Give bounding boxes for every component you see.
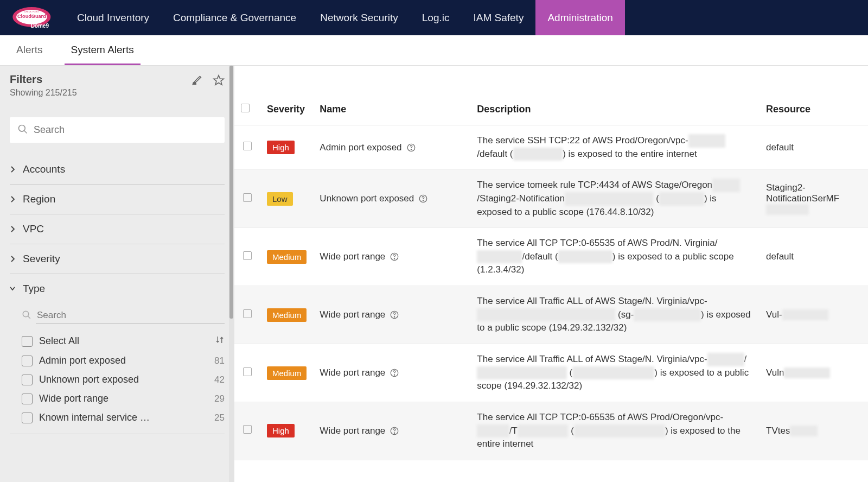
nav-item-iam-safety[interactable]: IAM Safety: [461, 0, 535, 35]
filters-search[interactable]: [10, 117, 225, 143]
help-icon[interactable]: [390, 252, 399, 262]
type-filter-row: Known internal service … 25: [10, 408, 225, 427]
svg-point-11: [411, 149, 411, 150]
chevron-down-icon: [10, 285, 17, 293]
filter-section-type: Type Select All: [10, 274, 225, 434]
filters-count: Showing 215/215: [10, 88, 191, 98]
filter-section-header-region[interactable]: Region: [10, 185, 225, 214]
filters-panel: Filters Showing 215/215 Accounts: [0, 66, 234, 482]
svg-point-21: [394, 433, 395, 433]
nav-item-compliance-governance[interactable]: Compliance & Governance: [161, 0, 308, 35]
svg-text:Dome9: Dome9: [31, 23, 49, 29]
svg-text:CHECK POINT: CHECK POINT: [24, 11, 39, 13]
type-count: 25: [208, 413, 225, 423]
col-description[interactable]: Description: [470, 98, 760, 125]
row-checkbox[interactable]: [243, 425, 252, 434]
sort-icon[interactable]: [215, 335, 225, 347]
filter-section-header-type[interactable]: Type: [10, 274, 225, 303]
search-icon: [17, 124, 34, 136]
alert-resource: Staging2-NotificationSerMFXXXXXXX: [766, 182, 839, 214]
type-label: Wide port range: [39, 393, 208, 404]
alert-description: The service All TCP TCP:0-65535 of AWS P…: [477, 237, 753, 277]
table-row[interactable]: High Admin port exposed The service SSH …: [234, 125, 868, 170]
chevron-right-icon: [10, 225, 17, 233]
severity-badge: High: [267, 424, 295, 437]
chevron-right-icon: [10, 255, 17, 263]
filter-section-severity: Severity: [10, 244, 225, 274]
row-checkbox[interactable]: [243, 367, 252, 376]
star-icon[interactable]: [213, 74, 225, 88]
tab-system-alerts[interactable]: System Alerts: [65, 35, 141, 65]
table-row[interactable]: Medium Wide port range The service All T…: [234, 344, 868, 402]
table-row[interactable]: Low Unknown port exposed The service tom…: [234, 170, 868, 228]
type-checkbox[interactable]: [22, 413, 33, 423]
tab-alerts[interactable]: Alerts: [10, 35, 49, 65]
nav-item-cloud-inventory[interactable]: Cloud Inventory: [65, 0, 161, 35]
alert-name: Wide port range: [320, 309, 385, 320]
alerts-table: Severity Name Description Resource High …: [234, 98, 868, 460]
alert-description: The service All Traffic ALL of AWS Stage…: [477, 353, 753, 393]
type-label: Admin port exposed: [39, 355, 208, 366]
nav-item-network-security[interactable]: Network Security: [308, 0, 410, 35]
filter-section-header-vpc[interactable]: VPC: [10, 214, 225, 244]
filter-section-label: Type: [23, 283, 45, 295]
alert-name: Unknown port exposed: [320, 193, 414, 204]
col-severity[interactable]: Severity: [260, 98, 313, 125]
sidebar-scrollbar[interactable]: [229, 66, 234, 482]
type-search-input[interactable]: [36, 308, 225, 324]
type-checkbox[interactable]: [22, 394, 33, 404]
filter-section-label: Region: [23, 193, 55, 205]
select-all-checkbox[interactable]: [22, 336, 33, 347]
row-checkbox[interactable]: [243, 309, 252, 318]
filter-section-label: VPC: [23, 223, 44, 235]
nav-item-log-ic[interactable]: Log.ic: [410, 0, 462, 35]
type-checkbox[interactable]: [22, 375, 33, 385]
row-checkbox[interactable]: [243, 142, 252, 150]
alert-description: The service All Traffic ALL of AWS Stage…: [477, 295, 753, 335]
search-icon: [22, 310, 36, 321]
table-row[interactable]: Medium Wide port range The service All T…: [234, 228, 868, 286]
svg-point-15: [394, 258, 395, 259]
logo[interactable]: CHECK POINT CloudGuard Dome9: [0, 4, 65, 31]
type-label: Known internal service …: [39, 412, 208, 423]
help-icon[interactable]: [390, 310, 399, 320]
type-filter-row: Admin port exposed 81: [10, 351, 225, 370]
filter-section-header-accounts[interactable]: Accounts: [10, 155, 225, 184]
nav-item-administration[interactable]: Administration: [535, 0, 624, 35]
severity-badge: Medium: [267, 308, 307, 322]
svg-marker-5: [214, 75, 224, 85]
help-icon[interactable]: [390, 368, 399, 378]
filter-section-label: Accounts: [23, 163, 65, 175]
severity-badge: Low: [267, 192, 293, 206]
filter-section-vpc: VPC: [10, 214, 225, 244]
filter-section-header-severity[interactable]: Severity: [10, 244, 225, 274]
help-icon[interactable]: [418, 194, 428, 204]
filters-search-input[interactable]: [34, 124, 217, 136]
type-checkbox[interactable]: [22, 356, 33, 366]
svg-point-19: [394, 375, 395, 375]
alert-description: The service SSH TCP:22 of AWS Prod/Orego…: [477, 134, 753, 161]
svg-point-13: [423, 200, 424, 201]
row-checkbox[interactable]: [243, 193, 252, 202]
svg-point-8: [23, 311, 29, 317]
help-icon[interactable]: [406, 143, 416, 153]
select-all-label: Select All: [39, 335, 215, 347]
filters-title: Filters: [10, 73, 191, 86]
alert-resource: default: [766, 142, 794, 153]
alert-description: The service tomeek rule TCP:4434 of AWS …: [477, 179, 753, 219]
svg-line-7: [24, 131, 27, 134]
col-name[interactable]: Name: [313, 98, 470, 125]
svg-text:CloudGuard: CloudGuard: [17, 14, 46, 19]
svg-point-17: [394, 316, 395, 317]
col-resource[interactable]: Resource: [760, 98, 868, 125]
severity-badge: Medium: [267, 366, 307, 380]
select-all-rows-checkbox[interactable]: [241, 104, 250, 112]
table-row[interactable]: High Wide port range The service All TCP…: [234, 402, 868, 460]
alert-resource: Vulnxxxxxxxxxx: [766, 367, 830, 378]
brush-icon[interactable]: [191, 74, 203, 88]
table-row[interactable]: Medium Wide port range The service All T…: [234, 286, 868, 344]
filter-section-accounts: Accounts: [10, 155, 225, 185]
alert-resource: TVtesxxxxxx: [766, 426, 818, 436]
row-checkbox[interactable]: [243, 251, 252, 260]
help-icon[interactable]: [390, 426, 399, 436]
